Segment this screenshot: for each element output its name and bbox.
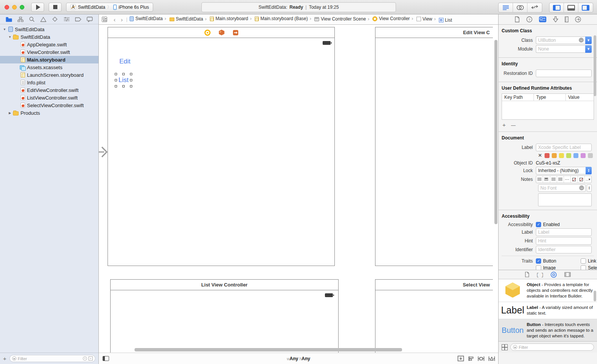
trait-checkbox-row[interactable]: Image [536, 264, 581, 270]
list-view-controller-scene[interactable]: List View Controller [110, 279, 339, 353]
jumpbar-crumb[interactable]: View Controller [372, 16, 415, 21]
version-editor-button[interactable] [527, 3, 542, 12]
color-swatch[interactable] [573, 153, 578, 158]
acc-identifier-field[interactable] [536, 246, 592, 253]
disclosure-triangle-icon[interactable] [2, 27, 7, 31]
module-field[interactable] [536, 45, 585, 53]
disclosure-triangle-icon[interactable] [8, 35, 12, 39]
jumpbar-crumb[interactable]: List [439, 17, 452, 23]
no-image-button[interactable] [571, 176, 578, 183]
module-dropdown-button[interactable]: ▼ [585, 45, 592, 53]
file-tree-row[interactable]: EditViewController.swift [0, 86, 98, 94]
pin-button[interactable] [478, 356, 485, 361]
align-justify-button[interactable] [557, 176, 564, 183]
test-navigator-tab[interactable] [51, 16, 59, 23]
minimize-window-button[interactable] [12, 5, 17, 9]
library-grid-view-icon[interactable] [502, 344, 507, 350]
select-view-controller-scene[interactable]: Select View [375, 279, 493, 353]
first-responder-icon[interactable] [219, 30, 225, 35]
standard-editor-button[interactable] [499, 3, 513, 12]
notes-text-area[interactable] [538, 193, 592, 206]
resize-handle[interactable] [115, 73, 117, 75]
file-tree-row[interactable]: Info.plist [0, 79, 98, 86]
accessibility-enabled-checkbox[interactable] [536, 222, 541, 227]
list-view[interactable] [111, 290, 338, 353]
no-attachment-button[interactable] [578, 176, 585, 183]
jumpbar-crumb[interactable]: SwiftEditData [169, 16, 209, 22]
zoom-window-button[interactable] [20, 5, 24, 9]
color-swatch[interactable] [559, 153, 564, 158]
issue-navigator-tab[interactable] [39, 16, 48, 23]
file-tree-row[interactable]: AppDelegate.swift [0, 41, 98, 48]
class-dropdown-button[interactable]: ▼ [585, 36, 592, 44]
resize-handle[interactable] [122, 73, 125, 75]
scheme-selector[interactable]: SwiftEditData 〉 iPhone 6s Plus [66, 3, 153, 12]
jumpbar-crumb[interactable]: SwiftEditData [130, 16, 168, 21]
document-label-field[interactable] [536, 144, 592, 151]
align-button[interactable] [468, 356, 474, 361]
align-right-button[interactable] [550, 176, 557, 183]
file-tree-row[interactable]: ViewController.swift [0, 48, 98, 56]
source-control-filter-icon[interactable]: ⌖ [89, 356, 93, 361]
symbol-navigator-tab[interactable] [16, 16, 25, 23]
library-scrollbar[interactable] [594, 291, 596, 301]
identity-inspector-tab-selected[interactable] [539, 16, 546, 22]
toggle-utilities-button[interactable] [578, 3, 593, 12]
size-class-control[interactable]: wAny hAny [99, 356, 498, 361]
view-controller-icon[interactable] [204, 30, 211, 36]
checkbox-icon[interactable] [581, 258, 586, 264]
jumpbar-crumb[interactable]: Main.storyboard [210, 16, 253, 21]
resize-handle[interactable] [130, 79, 132, 81]
jumpbar-crumb[interactable]: Main.storyboard (Base) [255, 16, 313, 21]
vertical-scrollbar[interactable] [494, 40, 497, 224]
color-swatch[interactable] [581, 153, 586, 158]
file-template-library-tab[interactable] [525, 272, 529, 277]
report-navigator-tab[interactable] [86, 16, 94, 23]
inspector-scrollbar[interactable] [594, 35, 596, 96]
align-left-button[interactable] [536, 176, 543, 183]
more-formats-button[interactable]: ...▾ [585, 176, 591, 183]
file-tree-row[interactable]: ListViewController.swift [0, 94, 98, 101]
trait-checkbox-row[interactable]: Selected [581, 264, 597, 270]
font-stepper[interactable]: ▲▼ [587, 184, 592, 192]
align-center-button[interactable] [543, 176, 550, 183]
font-jump-arrow-icon[interactable]: → [579, 185, 584, 190]
attributes-inspector-tab[interactable] [553, 16, 558, 22]
find-navigator-tab[interactable] [28, 16, 36, 23]
resize-handle[interactable] [115, 85, 117, 87]
color-swatch[interactable] [588, 153, 593, 158]
assistant-editor-button[interactable] [513, 3, 527, 12]
resolve-autolayout-button[interactable] [488, 356, 495, 361]
breakpoint-navigator-tab[interactable] [74, 16, 82, 23]
remove-attribute-button[interactable]: — [511, 122, 516, 128]
add-attribute-button[interactable]: + [502, 122, 506, 128]
clear-color-button[interactable]: ✕ [538, 153, 542, 158]
edit-uibutton[interactable]: Edit [119, 58, 130, 65]
trait-checkbox-row[interactable]: Link [581, 258, 597, 264]
jumpbar-crumb[interactable]: View Controller Scene [314, 16, 371, 22]
media-library-tab[interactable] [564, 272, 571, 277]
toggle-debug-area-button[interactable] [564, 3, 578, 12]
select-scene-header[interactable]: Select View [375, 280, 493, 290]
file-tree-row[interactable]: LaunchScreen.storyboard [0, 71, 98, 79]
back-button[interactable]: ‹ [114, 16, 116, 23]
library-item[interactable]: Label Label - A variably sized amount of… [499, 302, 597, 319]
close-window-button[interactable] [5, 5, 9, 9]
file-tree-row[interactable]: SwiftEditData [0, 25, 98, 33]
edit-view-controller-scene[interactable]: Edit View C [375, 27, 493, 266]
edit-scene-header[interactable]: Edit View C [375, 27, 493, 38]
resize-handle[interactable] [130, 73, 132, 75]
toggle-navigator-button[interactable] [549, 3, 564, 12]
view-controller-view[interactable]: Edit List [108, 38, 334, 266]
jumpbar-crumb[interactable]: View [416, 16, 438, 22]
file-tree-row[interactable]: Assets.xcassets [0, 63, 98, 71]
object-library-tab-selected[interactable] [551, 272, 557, 278]
add-file-button[interactable]: + [3, 355, 6, 362]
debug-navigator-tab[interactable] [62, 16, 71, 23]
restoration-id-field[interactable] [536, 70, 592, 77]
color-swatch[interactable] [552, 153, 557, 158]
run-button[interactable] [31, 3, 44, 12]
file-inspector-tab[interactable] [515, 16, 520, 22]
acc-label-field[interactable] [536, 228, 592, 236]
embed-in-stack-button[interactable] [458, 356, 464, 361]
